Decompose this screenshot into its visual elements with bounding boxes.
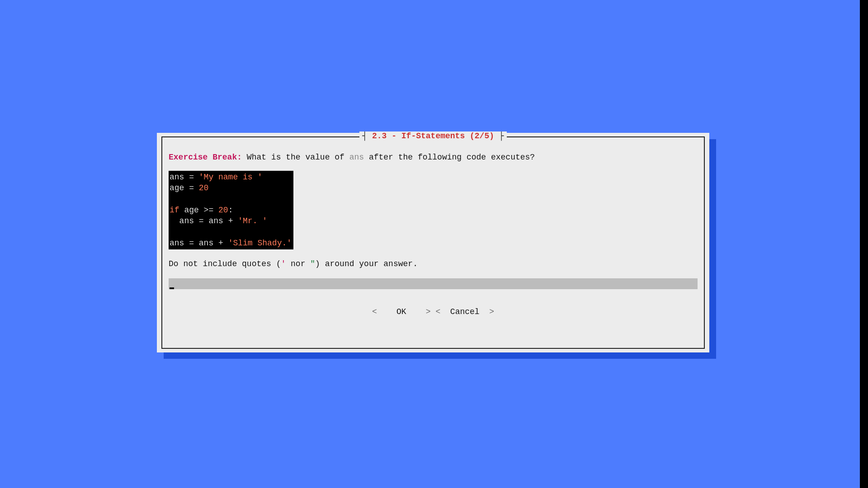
question-part2: after the following code executes? bbox=[364, 153, 535, 162]
dialog-title: ┤ 2.3 - If-Statements (2/5) ├ bbox=[359, 131, 506, 141]
screen-right-edge bbox=[860, 0, 868, 488]
instr-single-quote: ' bbox=[281, 259, 286, 268]
code-l2-var: age bbox=[170, 183, 184, 192]
code-l4-num: 20 bbox=[218, 206, 228, 215]
code-l5-indent bbox=[170, 216, 179, 225]
question-ans-var: ans bbox=[349, 153, 364, 162]
exercise-dialog: ┤ 2.3 - If-Statements (2/5) ├ Exercise B… bbox=[157, 133, 709, 352]
code-l1-eq: = bbox=[184, 173, 198, 182]
cancel-button[interactable]: < Cancel > bbox=[435, 307, 494, 316]
code-l7-var: ans bbox=[170, 239, 184, 248]
answer-input[interactable] bbox=[169, 278, 698, 289]
title-pipe-left: ┤ bbox=[362, 131, 367, 141]
instr-double-quote: " bbox=[310, 259, 315, 268]
code-l5-var: ans bbox=[179, 216, 194, 225]
ok-label: OK bbox=[396, 307, 406, 316]
code-l5-eq: = ans + bbox=[194, 216, 238, 225]
ok-gt: > bbox=[426, 307, 431, 316]
text-cursor bbox=[170, 287, 174, 289]
code-l7-str: 'Slim Shady.' bbox=[228, 239, 292, 248]
instr-after: ) around your answer. bbox=[315, 259, 418, 268]
title-label: 2.3 - If-Statements (2/5) bbox=[372, 131, 494, 141]
question-text: Exercise Break: What is the value of ans… bbox=[169, 153, 698, 162]
title-pipe-right: ├ bbox=[499, 131, 504, 141]
ok-button[interactable]: < OK > bbox=[372, 307, 431, 316]
cancel-gt: > bbox=[489, 307, 494, 316]
code-l4-colon: : bbox=[228, 206, 233, 215]
cancel-label: Cancel bbox=[450, 307, 480, 316]
instr-before: Do not include quotes ( bbox=[169, 259, 281, 268]
instr-mid: nor bbox=[286, 259, 310, 268]
dialog-title-wrap: ┤ 2.3 - If-Statements (2/5) ├ bbox=[162, 131, 704, 141]
code-l2-num: 20 bbox=[199, 183, 209, 192]
code-l2-eq: = bbox=[184, 183, 198, 192]
code-l4-if: if bbox=[170, 206, 179, 215]
instruction-text: Do not include quotes (' nor ") around y… bbox=[169, 259, 698, 268]
code-l1-var: ans bbox=[170, 173, 184, 182]
exercise-break-label: Exercise Break: bbox=[169, 153, 242, 162]
ok-lt: < bbox=[372, 307, 377, 316]
cancel-lt: < bbox=[435, 307, 440, 316]
code-block: ans = 'My name is ' age = 20 if age >= 2… bbox=[169, 171, 293, 249]
code-l4-cond: age >= bbox=[179, 206, 218, 215]
button-row: < OK > < Cancel > bbox=[169, 307, 698, 316]
code-l1-str: 'My name is ' bbox=[199, 173, 262, 182]
question-part1: What is the value of bbox=[242, 153, 349, 162]
code-l7-eq: = ans + bbox=[184, 239, 228, 248]
dialog-frame: ┤ 2.3 - If-Statements (2/5) ├ Exercise B… bbox=[161, 136, 705, 349]
code-l5-str: 'Mr. ' bbox=[238, 216, 267, 225]
